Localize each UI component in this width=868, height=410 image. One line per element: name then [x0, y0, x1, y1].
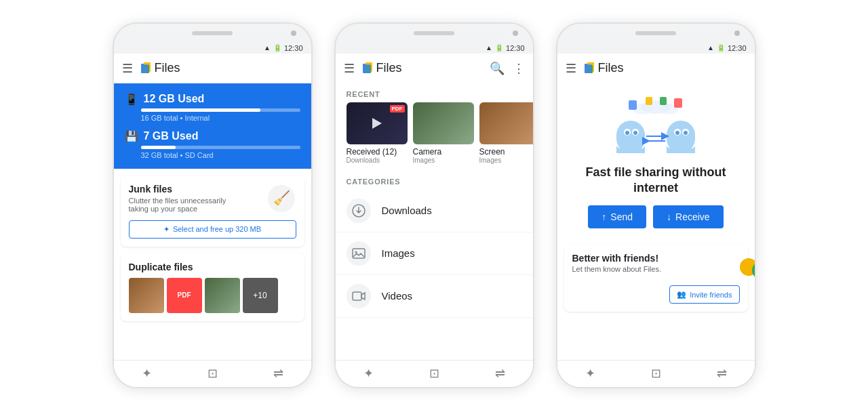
downloads-label: Downloads	[382, 205, 432, 216]
receive-icon: ↓	[667, 211, 671, 222]
app-bar-2: ☰ Files 🔍 ⋮	[336, 54, 533, 83]
nav-share-2[interactable]: ⇌	[495, 366, 505, 381]
phone-camera-2	[513, 30, 518, 36]
menu-icon-2[interactable]: ☰	[344, 61, 355, 76]
friends-text: Better with friends! Let them know about…	[572, 253, 661, 273]
recent-item-2[interactable]: Camera Images	[413, 102, 474, 164]
invite-label: Invite friends	[690, 291, 732, 299]
phone-2: ▲ 🔋 12:30 ☰ Files 🔍 ⋮ RECENT	[334, 22, 534, 388]
share-nav-icon-3: ⇌	[717, 366, 727, 381]
receive-button[interactable]: ↓ Receive	[653, 205, 724, 228]
send-icon: ↑	[601, 211, 606, 222]
nav-clean-3[interactable]: ✦	[585, 366, 595, 381]
receive-label: Receive	[675, 211, 710, 222]
app-bar-1: ☰ Files	[114, 54, 311, 83]
recent-sub-3: Images	[479, 157, 533, 164]
search-icon-2[interactable]: 🔍	[490, 61, 505, 76]
bottom-nav-3: ✦ ⊡ ⇌	[557, 360, 755, 387]
app-logo-1	[140, 61, 155, 76]
browse-nav-icon-3: ⊡	[651, 366, 661, 381]
signal-icon-3: ▲	[707, 44, 714, 52]
sd-icon: 💾	[125, 130, 138, 143]
phone-top-bar-1	[114, 24, 311, 43]
svg-rect-24	[660, 97, 667, 105]
svg-rect-11	[353, 249, 365, 258]
invite-icon: 👥	[677, 290, 686, 299]
recent-sub-1: Downloads	[347, 157, 408, 164]
category-videos[interactable]: Videos	[336, 275, 533, 318]
svg-point-34	[684, 131, 688, 135]
time-1: 12:30	[284, 44, 303, 52]
nav-clean-2[interactable]: ✦	[363, 366, 374, 381]
recent-item-1[interactable]: PDF Received (12) Downloads	[347, 102, 408, 164]
svg-rect-22	[674, 98, 682, 108]
friends-sub: Let them know about Files.	[572, 265, 661, 273]
app-bar-3: ☰ Files	[557, 54, 755, 83]
time-2: 12:30	[506, 44, 525, 52]
sd-label: 7 GB Used	[144, 130, 199, 142]
svg-rect-17	[585, 64, 592, 73]
svg-rect-9	[363, 64, 370, 73]
clean-icon: ✦	[163, 225, 170, 234]
dup-image-more: +10	[243, 278, 278, 313]
recent-sub-2: Images	[413, 157, 474, 164]
nav-browse-3[interactable]: ⊡	[651, 366, 661, 381]
menu-icon-1[interactable]: ☰	[122, 61, 133, 76]
images-label: Images	[382, 247, 415, 259]
share-nav-icon-2: ⇌	[495, 366, 505, 381]
play-icon-1	[372, 118, 382, 129]
share-section: Fast file sharing without internet ↑ Sen…	[557, 83, 755, 245]
svg-rect-23	[646, 97, 652, 105]
recent-thumb-3	[479, 102, 533, 144]
clean-nav-icon-2: ✦	[363, 366, 374, 381]
junk-icon-area: 🧹	[267, 184, 296, 213]
menu-icon-3[interactable]: ☰	[566, 61, 576, 76]
app-bar-icons-2: 🔍 ⋮	[490, 61, 525, 76]
sd-sub: 32 GB total • SD Card	[141, 151, 300, 159]
battery-icon-3: 🔋	[717, 44, 725, 52]
phone-content-2: ☰ Files 🔍 ⋮ RECENT PDF	[336, 54, 533, 387]
dup-count: +10	[243, 278, 278, 313]
sd-bar-fill	[141, 146, 176, 149]
clean-nav-icon: ✦	[142, 366, 152, 381]
nav-share-1[interactable]: ⇌	[273, 366, 283, 381]
clean-button[interactable]: ✦ Select and free up 320 MB	[129, 220, 296, 239]
internal-label: 12 GB Used	[144, 93, 205, 105]
videos-icon	[347, 284, 371, 308]
nav-browse-2[interactable]: ⊡	[429, 366, 439, 381]
recent-item-3[interactable]: Screen Images	[479, 102, 533, 164]
clean-label: Select and free up 320 MB	[173, 225, 261, 233]
phone-speaker-1	[192, 31, 233, 35]
nav-clean-1[interactable]: ✦	[142, 366, 152, 381]
storage-sd: 💾 7 GB Used 32 GB total • SD Card	[125, 130, 300, 159]
junk-card: Junk files Clutter the files unnecessari…	[121, 176, 304, 247]
phone-top-bar-2	[336, 24, 533, 43]
dup-image-2: PDF	[167, 278, 202, 313]
signal-icon-1: ▲	[264, 44, 271, 52]
send-button[interactable]: ↑ Send	[588, 205, 646, 228]
bottom-nav-1: ✦ ⊡ ⇌	[114, 360, 311, 387]
friends-title: Better with friends!	[572, 253, 661, 264]
nav-browse-1[interactable]: ⊡	[208, 366, 218, 381]
duplicate-images: PDF +10	[129, 278, 296, 313]
nav-share-3[interactable]: ⇌	[717, 366, 727, 381]
recent-thumb-2	[413, 102, 474, 144]
phone-content-1: ☰ Files 📱 12 GB Used	[114, 54, 311, 387]
broom-icon: 🧹	[267, 184, 296, 213]
storage-section: 📱 12 GB Used 16 GB total • Internal 💾 7 …	[114, 83, 311, 169]
svg-point-28	[625, 131, 629, 135]
internal-bar-fill	[141, 108, 260, 112]
invite-button[interactable]: 👥 Invite friends	[669, 285, 739, 304]
more-icon-2[interactable]: ⋮	[513, 61, 525, 76]
battery-icon-2: 🔋	[495, 44, 503, 52]
app-logo-2	[361, 61, 376, 76]
internal-bar-bg	[141, 108, 300, 112]
category-images[interactable]: Images	[336, 232, 533, 275]
svg-text:🧹: 🧹	[273, 190, 290, 206]
share-title: Fast file sharing without internet	[568, 165, 744, 197]
category-downloads[interactable]: Downloads	[336, 190, 533, 232]
junk-row: Junk files Clutter the files unnecessari…	[129, 184, 296, 213]
status-bar-3: ▲ 🔋 12:30	[557, 43, 755, 54]
internal-sub: 16 GB total • Internal	[141, 114, 300, 122]
sd-bar-bg	[141, 146, 300, 149]
